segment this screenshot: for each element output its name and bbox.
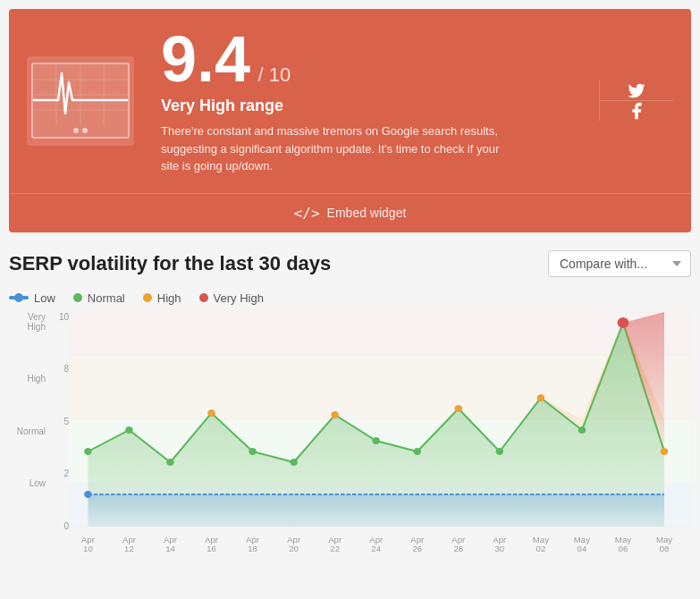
low-dot: [84, 491, 92, 498]
y-num-0: 0: [49, 521, 69, 531]
twitter-button[interactable]: [600, 80, 673, 101]
header-top: 9.4 / 10 Very High range There're consta…: [9, 9, 691, 193]
legend-low: Low: [9, 291, 55, 305]
chart-area: VeryHigh High Normal Low 10 8 5 2 0: [9, 312, 691, 553]
dot-apr10: [84, 448, 92, 455]
header-info: 9.4 / 10 Very High range There're consta…: [161, 27, 599, 175]
dot-1: [73, 128, 79, 133]
x-label-apr26: Apr: [410, 536, 424, 544]
legend-very-high-label: Very High: [214, 291, 264, 305]
x-label-apr20-day: 20: [289, 544, 299, 553]
x-label-apr12: Apr: [122, 536, 136, 544]
x-label-may08-day: 08: [660, 544, 670, 553]
x-label-apr16: Apr: [205, 536, 218, 544]
dot-apr22: [331, 411, 339, 418]
dot-may04: [578, 426, 586, 434]
legend-normal: Normal: [73, 291, 125, 305]
y-range-veryhigh: VeryHigh: [9, 312, 46, 332]
y-num-8: 8: [49, 364, 69, 374]
dot-apr30: [496, 448, 504, 455]
dot-may08: [661, 448, 669, 455]
chart-title: SERP volatility for the last 30 days: [9, 252, 331, 275]
y-num-2: 2: [49, 468, 69, 478]
embed-label: Embed widget: [327, 206, 407, 220]
x-label-apr20: Apr: [287, 536, 300, 544]
blue-area: [88, 494, 664, 527]
facebook-icon: [627, 101, 646, 121]
x-label-apr22-day: 22: [330, 544, 340, 553]
y-number-labels: 10 8 5 2 0: [49, 312, 69, 553]
x-label-apr12-day: 12: [124, 544, 134, 553]
monitor-icon: [27, 56, 134, 146]
x-label-may06: May: [615, 536, 632, 544]
x-label-apr16-day: 16: [207, 544, 216, 553]
x-label-may06-day: 06: [619, 544, 628, 553]
x-label-may08: May: [656, 536, 673, 544]
legend-high: High: [143, 291, 181, 305]
dot-apr26: [413, 448, 421, 455]
y-num-10: 10: [49, 312, 69, 322]
score-display: 9.4 / 10: [161, 27, 599, 91]
embed-icon: </>: [294, 205, 320, 222]
x-label-apr10: Apr: [81, 536, 95, 544]
embed-bar[interactable]: </> Embed widget: [9, 193, 691, 232]
dot-may06: [618, 317, 629, 328]
main-chart-svg: Apr 10 Apr 12 Apr 14 Apr 16 Apr 18 Apr 2…: [69, 312, 691, 553]
x-label-apr18: Apr: [246, 536, 259, 544]
x-label-apr14: Apr: [164, 536, 177, 544]
x-label-apr14-day: 14: [165, 544, 175, 553]
dot-apr14: [166, 459, 174, 466]
x-label-apr22: Apr: [328, 536, 342, 544]
x-label-apr28: Apr: [451, 536, 465, 544]
x-label-apr24: Apr: [369, 536, 383, 544]
monitor-screen: [31, 63, 130, 139]
dot-apr24: [372, 437, 380, 444]
score-max: / 10: [258, 63, 291, 86]
dot-apr12: [125, 426, 133, 434]
facebook-button[interactable]: [600, 101, 673, 121]
main-content: SERP volatility for the last 30 days Com…: [9, 250, 691, 553]
x-label-apr24-day: 24: [371, 544, 381, 553]
y-range-normal: Normal: [9, 426, 46, 436]
x-label-apr30: Apr: [493, 536, 506, 544]
dot-apr18: [249, 448, 257, 455]
chart-header: SERP volatility for the last 30 days Com…: [9, 250, 691, 277]
x-label-may04: May: [574, 536, 591, 544]
range-description: There're constant and massive tremors on…: [161, 122, 501, 175]
dot-may02: [537, 394, 545, 401]
x-label-apr30-day: 30: [494, 544, 504, 553]
y-num-5: 5: [49, 417, 69, 426]
chart-legend: Low Normal High Very High: [9, 291, 691, 305]
header-card: 9.4 / 10 Very High range There're consta…: [9, 9, 691, 232]
y-range-high: High: [9, 374, 46, 384]
range-label: Very High range: [161, 97, 599, 115]
x-label-apr26-day: 26: [412, 544, 422, 553]
dot-apr16: [207, 409, 215, 417]
x-label-may02: May: [533, 536, 550, 544]
y-range-labels: VeryHigh High Normal Low: [9, 312, 49, 553]
x-label-apr28-day: 28: [453, 544, 463, 553]
x-label-may04-day: 04: [578, 544, 587, 553]
legend-normal-label: Normal: [88, 291, 125, 305]
heartbeat-chart-icon: [33, 64, 128, 125]
x-label-may02-day: 02: [536, 544, 546, 553]
x-label-apr18-day: 18: [248, 544, 257, 553]
legend-high-label: High: [157, 291, 181, 305]
svg-chart-container: Apr 10 Apr 12 Apr 14 Apr 16 Apr 18 Apr 2…: [69, 312, 691, 553]
legend-very-high: Very High: [199, 291, 264, 305]
score-value: 9.4: [161, 23, 250, 95]
twitter-icon: [627, 80, 646, 100]
legend-low-label: Low: [34, 291, 55, 305]
y-range-low: Low: [9, 478, 46, 488]
x-label-apr10-day: 10: [83, 544, 93, 553]
svg-rect-11: [69, 312, 691, 355]
monitor-dots: [73, 128, 88, 133]
compare-select[interactable]: Compare with...: [548, 250, 691, 277]
dot-apr20: [290, 459, 298, 466]
dot-2: [82, 128, 88, 133]
dot-apr28: [455, 405, 463, 412]
social-buttons: [599, 80, 673, 121]
